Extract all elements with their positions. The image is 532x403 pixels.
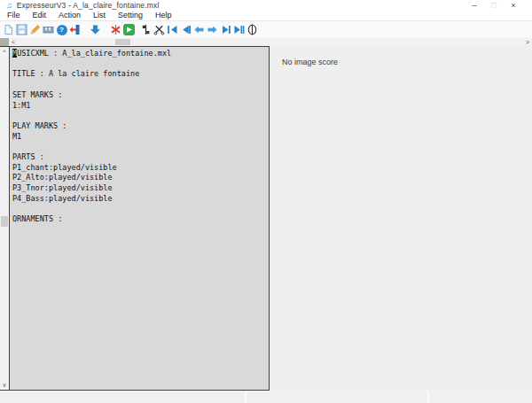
left-arrow-icon	[193, 24, 205, 35]
pencil-icon	[29, 24, 41, 35]
save-floppy-icon	[16, 24, 27, 35]
down-arrow-button[interactable]	[89, 23, 102, 36]
exit-button[interactable]	[68, 23, 82, 36]
scroll-down-arrow-icon[interactable]: v	[0, 381, 9, 389]
cut-scissors-icon	[153, 24, 165, 35]
right-arrow-icon	[207, 24, 218, 35]
menu-action[interactable]: Action	[52, 11, 87, 20]
expresseur-window: ♫ ExpresseurV3 - A_la_claire_fontaine.mx…	[0, 0, 532, 403]
close-button[interactable]: ×	[504, 0, 523, 11]
window-controls: – □ ×	[465, 0, 523, 11]
app-music-note-icon: ♫	[6, 1, 12, 10]
vertical-scrollbar[interactable]: ^ v	[0, 46, 9, 391]
menu-help[interactable]: Help	[149, 11, 178, 20]
help-icon: ?	[57, 25, 67, 35]
midi-panic-button[interactable]	[109, 23, 122, 36]
status-field-3	[429, 392, 532, 403]
title-bar: ♫ ExpresseurV3 - A_la_claire_fontaine.mx…	[0, 0, 532, 11]
edit-button[interactable]	[28, 23, 42, 36]
text-editor-panel[interactable]: MUSICXML : A_la_claire_fontaine.mxl TITL…	[9, 46, 270, 391]
move-right-button[interactable]	[206, 23, 219, 36]
toolbar: ?	[0, 21, 532, 38]
goto-begin-button[interactable]	[166, 23, 179, 36]
horizontal-scrollbar: < >	[0, 38, 532, 46]
horizontal-scroll-track[interactable]	[18, 38, 523, 46]
window-title: ExpresseurV3 - A_la_claire_fontaine.mxl	[17, 1, 160, 10]
status-bar	[0, 391, 532, 403]
status-field-2	[246, 392, 429, 403]
new-file-icon	[3, 24, 14, 35]
next-icon	[220, 24, 231, 35]
piano-button[interactable]	[42, 23, 55, 36]
goto-end-button[interactable]	[232, 23, 246, 36]
scroll-right-arrow-icon[interactable]: >	[523, 38, 532, 46]
scroll-left-arrow-icon[interactable]: <	[9, 38, 18, 46]
tune-button[interactable]	[139, 23, 153, 36]
main-area: ^ v MUSICXML : A_la_claire_fontaine.mxl …	[0, 46, 532, 391]
tempo-theta-icon	[246, 24, 258, 35]
previous-button[interactable]	[179, 23, 192, 36]
text-cursor: M	[12, 49, 17, 58]
play-icon	[123, 24, 135, 35]
down-arrow-icon	[90, 24, 101, 35]
editor-text[interactable]: MUSICXML : A_la_claire_fontaine.mxl TITL…	[10, 47, 269, 225]
tune-icon	[140, 24, 152, 35]
vertical-scroll-thumb[interactable]	[1, 216, 8, 227]
menu-file[interactable]: File	[1, 11, 27, 20]
play-button[interactable]	[122, 23, 136, 36]
help-button[interactable]: ?	[55, 23, 68, 36]
save-button[interactable]	[15, 23, 28, 36]
cut-button[interactable]	[153, 23, 166, 36]
menu-list[interactable]: List	[87, 11, 112, 20]
menu-edit[interactable]: Edit	[27, 11, 53, 20]
menu-bar: FileEditActionListSettingHelp	[0, 11, 532, 21]
score-panel[interactable]: No image score	[270, 46, 532, 391]
status-field-1	[0, 392, 246, 403]
midi-panic-icon	[110, 24, 121, 35]
next-button[interactable]	[219, 23, 232, 36]
move-left-button[interactable]	[192, 23, 206, 36]
menu-setting[interactable]: Setting	[112, 11, 149, 20]
goto-end-icon	[233, 24, 245, 35]
minimize-button[interactable]: –	[465, 0, 484, 11]
piano-keyboard-icon	[43, 24, 54, 35]
scrollbar-corner	[0, 38, 9, 46]
tempo-button[interactable]	[246, 23, 259, 36]
horizontal-scroll-thumb[interactable]	[115, 39, 130, 45]
scroll-up-arrow-icon[interactable]: ^	[0, 48, 9, 56]
exit-door-icon	[69, 24, 81, 35]
new-file-button[interactable]	[2, 23, 15, 36]
goto-begin-icon	[167, 24, 178, 35]
maximize-button[interactable]: □	[484, 0, 504, 11]
no-score-message: No image score	[270, 46, 532, 66]
previous-icon	[180, 24, 192, 35]
